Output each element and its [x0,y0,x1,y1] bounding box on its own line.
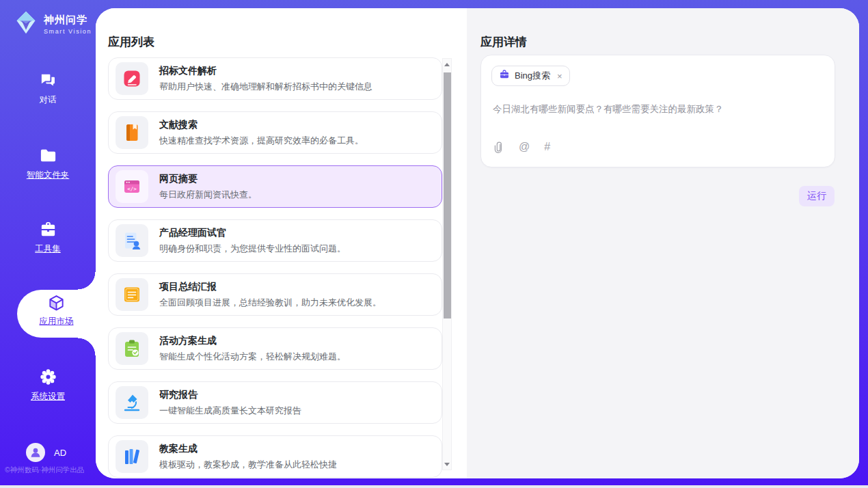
run-button[interactable]: 运行 [799,186,835,206]
user-name: AD [54,448,66,458]
app-card-7[interactable]: 研究报告一键智能生成高质量长文本研究报告 [108,381,442,424]
book-icon [116,116,148,149]
app-card-name: 招标文件解析 [159,65,372,77]
brand-tagline: Smart Vision [44,28,92,35]
app-card-name: 活动方案生成 [159,335,346,347]
app-card-8[interactable]: 教案生成模板驱动，教案秒成，教学准备从此轻松快捷 [108,435,442,478]
app-list-panel: 应用列表 招标文件解析帮助用户快速、准确地理解和解析招标书中的关键信息文献搜索快… [96,8,467,478]
sidebar-item-label: 智能文件夹 [27,170,70,181]
user-profile[interactable]: AD [26,443,66,462]
sidebar-item-label: 工具集 [35,243,61,255]
main-window: 应用列表 招标文件解析帮助用户快速、准确地理解和解析招标书中的关键信息文献搜索快… [96,8,859,478]
app-card-name: 网页摘要 [159,173,257,185]
interview-icon [116,224,148,257]
avatar [26,443,45,462]
app-card-name: 研究报告 [159,389,301,401]
sidebar-item-label: 应用市场 [40,316,74,327]
app-detail-title: 应用详情 [480,34,527,50]
app-card-1[interactable]: 招标文件解析帮助用户快速、准确地理解和解析招标书中的关键信息 [108,57,442,100]
prompt-text[interactable]: 今日湖北有哪些新闻要点？有哪些需要关注的最新政策？ [493,103,821,116]
report-icon [116,278,148,311]
app-card-name: 教案生成 [159,443,337,455]
app-card-4[interactable]: 产品经理面试官明确身份和职责，为您提供专业性的面试问题。 [108,219,442,262]
attachment-toolbar: @ # [493,141,550,153]
sidebar-item-4[interactable]: 应用市场 [17,294,96,327]
app-list: 招标文件解析帮助用户快速、准确地理解和解析招标书中的关键信息文献搜索快速精准查找… [108,57,442,478]
browser-icon: </> [116,170,148,203]
sidebar: 神州问学 Smart Vision 对话智能文件夹工具集应用市场系统设置 AD … [0,0,96,485]
at-icon[interactable]: @ [519,141,530,153]
brand-logo: 神州问学 Smart Vision [14,10,92,38]
app-card-5[interactable]: 项目总结汇报全面回顾项目进展，总结经验教训，助力未来优化发展。 [108,273,442,316]
tool-tag-label: Bing搜索 [515,70,550,82]
diamond-logo-icon [14,10,38,38]
sidebar-item-1[interactable]: 对话 [0,71,96,106]
app-card-description: 全面回顾项目进展，总结经验教训，助力未来优化发展。 [159,297,381,309]
app-list-scrollbar[interactable] [442,58,452,470]
cube-icon [47,294,66,312]
bottom-strip [0,485,868,488]
tab-curve-top [78,272,96,290]
tab-curve-bottom [78,338,96,355]
app-root: 神州问学 Smart Vision 对话智能文件夹工具集应用市场系统设置 AD … [0,0,868,488]
app-card-name: 项目总结汇报 [159,281,381,293]
research-icon [116,386,148,419]
app-card-name: 产品经理面试官 [159,227,346,239]
sidebar-item-label: 系统设置 [31,391,65,403]
scroll-up-arrow-icon[interactable] [443,59,451,69]
prompt-input-card[interactable]: Bing搜索 × 今日湖北有哪些新闻要点？有哪些需要关注的最新政策？ @ # [480,55,835,167]
app-card-description: 智能生成个性化活动方案，轻松解决规划难题。 [159,351,346,363]
app-card-description: 一键智能生成高质量长文本研究报告 [159,405,301,417]
folder-icon [39,146,57,165]
scroll-down-arrow-icon[interactable] [443,459,451,469]
gear-icon [39,368,57,386]
pen-icon [116,62,148,95]
app-card-description: 每日政府新闻资讯快查。 [159,189,257,201]
brand-name: 神州问学 [44,14,92,27]
app-card-description: 快速精准查找学术资源，提高研究效率的必备工具。 [159,135,364,147]
scrollbar-thumb[interactable] [444,72,451,318]
app-card-name: 文献搜索 [159,119,364,131]
toolbox-icon [39,220,57,239]
app-card-2[interactable]: 文献搜索快速精准查找学术资源，提高研究效率的必备工具。 [108,111,442,154]
sidebar-item-label: 对话 [40,94,57,106]
sidebar-item-5[interactable]: 系统设置 [0,368,96,403]
svg-text:</>: </> [127,186,137,192]
paperclip-icon[interactable] [493,141,504,153]
tool-tag-close-icon[interactable]: × [557,71,562,81]
chat-icon [39,71,57,90]
briefcase-icon [499,69,510,83]
sidebar-item-3[interactable]: 工具集 [0,220,96,255]
sidebar-item-2[interactable]: 智能文件夹 [0,146,96,181]
hash-icon[interactable]: # [544,141,550,153]
books-icon [116,440,148,473]
app-card-description: 明确身份和职责，为您提供专业性的面试问题。 [159,243,346,255]
tool-tag-bing-search[interactable]: Bing搜索 × [491,66,570,86]
app-list-title: 应用列表 [108,34,154,50]
app-card-3[interactable]: </>网页摘要每日政府新闻资讯快查。 [108,165,442,208]
clipboard-icon [116,332,148,365]
copyright-text: ©神州数码·神州问学出品 [5,465,84,475]
app-card-description: 帮助用户快速、准确地理解和解析招标书中的关键信息 [159,81,372,93]
app-detail-panel: 应用详情 Bing搜索 × 今日湖北有哪些新闻要点？有哪些需要关注的最新政 [467,8,859,478]
app-card-6[interactable]: 活动方案生成智能生成个性化活动方案，轻松解决规划难题。 [108,327,442,370]
app-card-description: 模板驱动，教案秒成，教学准备从此轻松快捷 [159,459,337,471]
